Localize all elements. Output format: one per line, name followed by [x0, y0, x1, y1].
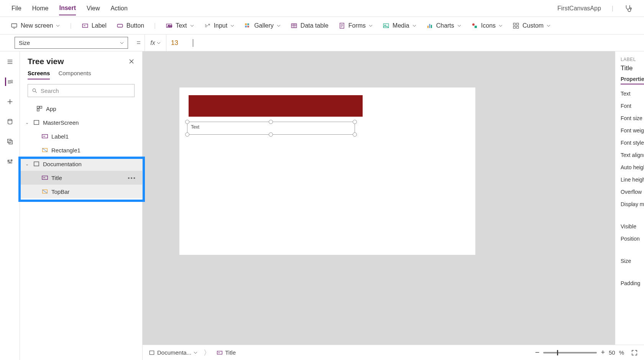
svg-rect-20 — [513, 23, 515, 25]
menu-file[interactable]: File — [12, 2, 21, 15]
canvas[interactable]: Text — [179, 88, 475, 255]
search-input[interactable]: Search — [28, 84, 135, 97]
chevron-down-icon — [190, 24, 194, 28]
zoom-out-button[interactable]: − — [535, 348, 540, 357]
menu-view[interactable]: View — [87, 2, 100, 15]
charts-dropdown[interactable]: Charts — [426, 22, 461, 29]
svg-rect-37 — [34, 162, 39, 166]
chevron-down-icon — [369, 24, 373, 28]
svg-rect-40 — [150, 351, 154, 355]
forms-dropdown[interactable]: Forms — [338, 22, 373, 29]
tree-item-title[interactable]: Title ••• — [20, 171, 142, 185]
svg-rect-17 — [431, 25, 432, 28]
data-table-button[interactable]: Data table — [291, 22, 329, 29]
icons-dropdown[interactable]: Icons — [471, 22, 503, 29]
svg-rect-15 — [427, 26, 429, 28]
fit-icon[interactable] — [631, 349, 638, 356]
chevron-down-icon — [277, 24, 281, 28]
svg-rect-22 — [513, 26, 515, 28]
menu-home[interactable]: Home — [32, 2, 49, 15]
text-dropdown[interactable]: Abc Text — [166, 22, 194, 29]
tab-components[interactable]: Components — [58, 70, 91, 79]
text-icon: Abc — [166, 22, 172, 29]
chevron-down-icon — [457, 24, 461, 28]
svg-rect-26 — [9, 140, 12, 144]
canvas-area[interactable]: Text — [143, 51, 615, 360]
search-icon — [32, 88, 38, 94]
tree-item-label1[interactable]: Label1 — [20, 129, 142, 143]
tree-item-topbar[interactable]: TopBar — [20, 185, 142, 198]
canvas-title-label[interactable]: Text — [189, 123, 355, 134]
media-dropdown[interactable]: Media — [383, 22, 416, 29]
media-icon — [383, 22, 389, 29]
app-icon — [36, 105, 43, 112]
menu-insert[interactable]: Insert — [59, 2, 76, 15]
chevron-down-icon — [194, 351, 197, 355]
breadcrumb-screen[interactable]: Documenta... — [149, 349, 197, 356]
gallery-icon — [244, 22, 251, 29]
tree-list: App ⌄ MasterScreen Label1 Rectangle1 ⌄ D… — [20, 102, 142, 360]
prop-auto-height[interactable]: Auto height — [621, 164, 644, 170]
control-kind: LABEL — [621, 57, 644, 62]
tree-screen-masterscreen[interactable]: ⌄ MasterScreen — [20, 116, 142, 129]
prop-overflow[interactable]: Overflow — [621, 189, 644, 195]
tree-view-icon[interactable] — [5, 78, 13, 86]
prop-visible[interactable]: Visible — [621, 223, 644, 230]
formula-bar: Size = fx 13 — [0, 35, 644, 51]
prop-font-weight[interactable]: Font weight — [621, 127, 644, 134]
canvas-topbar-rectangle[interactable] — [189, 95, 363, 117]
add-icon[interactable] — [6, 97, 14, 106]
new-screen-button[interactable]: New screen — [11, 22, 60, 29]
tab-properties[interactable]: Properties — [621, 76, 644, 84]
data-icon[interactable] — [6, 117, 14, 126]
prop-font-size[interactable]: Font size — [621, 115, 644, 121]
breadcrumb-control[interactable]: Title — [217, 349, 236, 356]
prop-font[interactable]: Font — [621, 103, 644, 109]
label-icon — [217, 350, 223, 356]
prop-position[interactable]: Position — [621, 236, 644, 242]
tree-screen-documentation[interactable]: ⌄ Documentation — [20, 157, 142, 171]
insert-ribbon: New screen | Label Button | Abc Text Inp… — [0, 17, 644, 35]
chevron-down-icon — [412, 24, 416, 28]
menu-action[interactable]: Action — [110, 2, 127, 15]
prop-font-style[interactable]: Font style — [621, 140, 644, 146]
prop-text[interactable]: Text — [621, 91, 644, 97]
formula-input[interactable]: 13 — [166, 35, 644, 51]
prop-display-mode[interactable]: Display mod — [621, 201, 644, 207]
gallery-dropdown[interactable]: Gallery — [244, 22, 281, 29]
left-rail — [0, 51, 20, 360]
fx-button[interactable]: fx — [145, 35, 166, 51]
chevron-down-icon — [56, 24, 60, 28]
svg-rect-21 — [517, 23, 519, 25]
zoom-in-button[interactable]: + — [601, 348, 605, 357]
tab-screens[interactable]: Screens — [28, 70, 50, 79]
prop-size[interactable]: Size — [621, 258, 644, 264]
tree-view-title: Tree view — [28, 57, 64, 66]
hamburger-icon[interactable] — [6, 58, 14, 66]
prop-padding[interactable]: Padding — [621, 280, 644, 286]
tree-item-rectangle1[interactable]: Rectangle1 — [20, 143, 142, 157]
grid-icon — [513, 22, 519, 29]
media-rail-icon[interactable] — [6, 137, 14, 146]
label-button[interactable]: Label — [82, 22, 107, 29]
input-dropdown[interactable]: Input — [204, 22, 235, 29]
svg-rect-3 — [117, 24, 123, 27]
chevron-down-icon — [230, 24, 234, 28]
close-icon[interactable] — [128, 58, 135, 64]
stethoscope-icon[interactable] — [624, 4, 632, 13]
button-button[interactable]: Button — [117, 22, 144, 29]
property-dropdown[interactable]: Size — [15, 37, 128, 49]
advanced-icon[interactable] — [6, 157, 14, 166]
prop-line-height[interactable]: Line height — [621, 177, 644, 183]
custom-dropdown[interactable]: Custom — [513, 22, 550, 29]
zoom-slider[interactable] — [543, 352, 597, 353]
more-icon[interactable]: ••• — [128, 175, 136, 181]
svg-point-24 — [8, 119, 12, 121]
svg-point-0 — [630, 8, 632, 9]
menu-bar: File Home Insert View Action FirstCanvas… — [0, 0, 644, 17]
prop-text-align[interactable]: Text alignme — [621, 152, 644, 158]
chevron-down-icon — [157, 41, 161, 45]
tree-app[interactable]: App — [20, 102, 142, 116]
svg-rect-31 — [37, 106, 39, 108]
screen-icon — [33, 160, 40, 167]
